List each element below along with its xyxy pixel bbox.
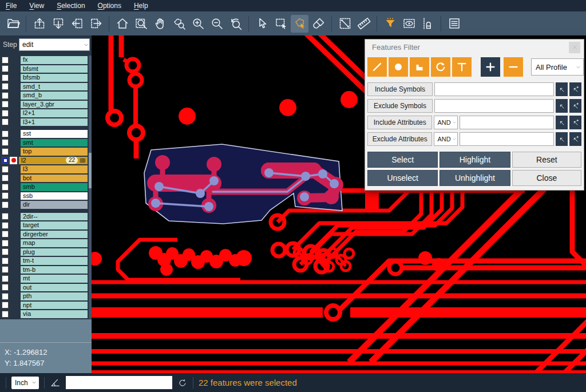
exclude-attributes-and-select[interactable]: AND (434, 132, 458, 146)
remove-features-button[interactable] (504, 57, 523, 77)
layer-row-tm-t[interactable]: tm-t (0, 256, 92, 266)
snap-magnet-button[interactable] (419, 15, 437, 33)
layer-row-bfsmb[interactable]: bfsmb (0, 73, 92, 82)
layer-row-out[interactable]: out (0, 283, 92, 292)
exclude-symbols-button[interactable]: Exclude Symbols (367, 99, 433, 113)
measure-line-button[interactable] (336, 15, 354, 33)
pan-up-button[interactable] (30, 15, 48, 33)
layer-checkbox[interactable] (2, 213, 9, 220)
pan-hand-button[interactable] (151, 15, 169, 33)
zoom-object-button[interactable] (170, 15, 188, 33)
select-rectangle-button[interactable] (272, 15, 290, 33)
layer-row-via[interactable]: via (0, 310, 92, 319)
layer-row-l3+1[interactable]: l3+1 (0, 118, 92, 127)
layer-checkbox[interactable] (2, 275, 9, 282)
zoom-window-button[interactable] (132, 15, 150, 33)
unhighlight-button[interactable]: Unhighlight (440, 170, 510, 186)
layer-checkbox[interactable] (2, 201, 9, 208)
menu-item-file[interactable]: File (6, 2, 17, 10)
menu-item-view[interactable]: View (29, 2, 44, 10)
zoom-previous-button[interactable] (227, 15, 244, 33)
unselect-button[interactable]: Unselect (367, 170, 438, 186)
command-input[interactable] (66, 376, 172, 389)
layer-row-2dir--[interactable]: 2dir-- (0, 212, 92, 221)
layer-checkbox[interactable] (2, 293, 9, 300)
layer-checkbox[interactable] (2, 240, 9, 247)
layer-row-dirgerber[interactable]: dirgerber (0, 230, 92, 239)
layer-row-plug[interactable]: plug (0, 248, 92, 257)
layer-checkbox[interactable] (2, 311, 9, 318)
profile-select[interactable]: All Profile (531, 58, 584, 76)
select-polygon-button[interactable] (291, 15, 308, 33)
layer-row-fx[interactable]: fx (0, 56, 92, 65)
zoom-in-button[interactable] (189, 15, 207, 33)
dialog-title-bar[interactable]: Features Filter (365, 39, 584, 55)
include-symbols-button[interactable]: Include Symbols (367, 82, 433, 96)
filter-type-arc-button[interactable] (431, 57, 450, 77)
close-button[interactable]: Close (512, 170, 581, 186)
exclude-attributes-input[interactable] (460, 132, 554, 146)
layer-checkbox[interactable] (2, 157, 9, 164)
layer-checkbox[interactable] (2, 248, 9, 255)
layer-checkbox[interactable] (2, 148, 9, 155)
mass-edit-brush-button[interactable] (310, 15, 327, 33)
features-filter-funnel-button[interactable] (381, 15, 399, 33)
layer-checkbox[interactable] (2, 231, 9, 237)
home-button[interactable] (113, 15, 131, 33)
layer-row-pth[interactable]: pth (0, 292, 92, 301)
active-layer-dot[interactable] (10, 157, 17, 164)
highlight-button[interactable]: Highlight (440, 152, 510, 168)
layer-row-dir[interactable]: dir (0, 200, 92, 209)
layer-checkbox[interactable] (2, 139, 9, 146)
exclude-symbols-input[interactable] (434, 99, 554, 113)
filter-type-line-button[interactable] (367, 57, 387, 77)
layer-checkbox[interactable] (2, 284, 9, 291)
include-attributes-button[interactable]: Include Attributes (367, 116, 432, 129)
layer-checkbox[interactable] (2, 175, 9, 181)
include-symbols-input[interactable] (434, 82, 554, 96)
zoom-out-button[interactable] (208, 15, 225, 33)
layer-row-smt[interactable]: smt (0, 138, 92, 148)
exclude-attributes-pick-button[interactable] (556, 132, 568, 146)
layer-row-layer_3.gbr[interactable]: layer_3.gbr (0, 100, 92, 109)
layer-row-npt[interactable]: npt (0, 301, 92, 310)
pan-right-button[interactable] (87, 15, 105, 33)
layer-checkbox[interactable] (2, 110, 9, 117)
step-select[interactable]: edit (19, 38, 90, 51)
layer-row-smd_t[interactable]: smd_t (0, 82, 92, 92)
layer-checkbox[interactable] (2, 83, 9, 90)
dialog-close-button[interactable] (569, 42, 580, 53)
exclude-symbols-pick-add-button[interactable] (569, 99, 581, 113)
layer-checkbox[interactable] (2, 101, 9, 108)
open-folder-button[interactable] (4, 15, 22, 33)
reset-button[interactable]: Reset (512, 152, 581, 168)
select-button[interactable]: Select (367, 152, 438, 168)
layer-checkbox[interactable] (2, 65, 9, 72)
exclude-attributes-pick-add-button[interactable] (569, 132, 581, 146)
pan-down-button[interactable] (49, 15, 67, 33)
feature-info-form-button[interactable] (445, 15, 463, 33)
grid-icon[interactable] (80, 157, 86, 164)
include-attributes-input[interactable] (460, 116, 554, 129)
exclude-attributes-button[interactable]: Exclude Attributes (367, 132, 432, 146)
layer-row-map[interactable]: map (0, 239, 92, 248)
layer-row-smb[interactable]: smb (0, 183, 92, 192)
layer-row-l2+1[interactable]: l2+1 (0, 109, 92, 118)
filter-type-pad-button[interactable] (389, 57, 408, 77)
layer-checkbox[interactable] (2, 192, 9, 199)
angle-measure-icon[interactable] (50, 377, 61, 388)
layer-checkbox[interactable] (2, 266, 9, 273)
layer-checkbox[interactable] (2, 57, 9, 64)
layer-row-smd_b[interactable]: smd_b (0, 91, 92, 100)
layer-row-bot[interactable]: bot (0, 174, 92, 183)
view-options-eye-button[interactable] (400, 15, 418, 33)
select-arrow-button[interactable] (253, 15, 271, 33)
layer-checkbox[interactable] (2, 184, 9, 191)
layer-checkbox[interactable] (2, 222, 9, 229)
filter-type-text-button[interactable] (452, 57, 472, 77)
layer-checkbox[interactable] (2, 258, 9, 264)
layer-row-target[interactable]: target (0, 221, 92, 230)
layer-row-ssb[interactable]: ssb (0, 192, 92, 201)
include-symbols-pick-button[interactable] (556, 82, 568, 96)
layer-row-l3[interactable]: l3 (0, 165, 92, 174)
